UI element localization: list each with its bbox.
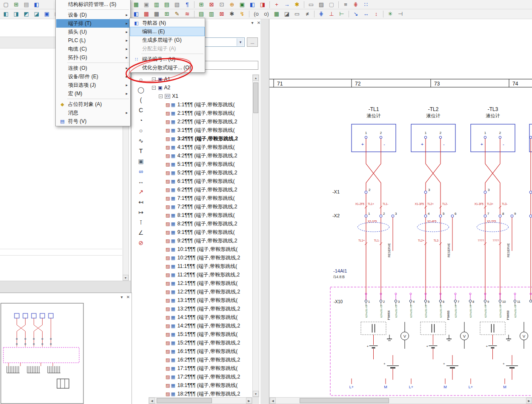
tree-terminal-item[interactable]: ▨▦8:2¶¶¶ (端子,带鞍形跳线,2 (149, 219, 252, 228)
scroll-right-button[interactable]: ▶ (246, 398, 252, 404)
rectangle-icon[interactable]: ▭ (306, 0, 316, 9)
tree-terminal-item[interactable]: ▨▦6:2¶¶¶ (端子,带鞍形跳线,2 (149, 185, 252, 194)
add-connection-icon[interactable]: + (272, 0, 282, 9)
dock-top-icon[interactable]: ◩ (21, 10, 31, 18)
tree-terminal-item[interactable]: ▨▦9:1¶¶¶ (端子,带鞍形跳线( (149, 228, 252, 236)
menu-item-structure-identifier-management[interactable]: 结构标识符管理... (S) (56, 0, 130, 9)
tree-terminal-item[interactable]: ▨▦3:1¶¶¶ (端子,带鞍形跳线( (149, 126, 252, 134)
tree-terminal-item[interactable]: ▨▦11:1¶¶¶ (端子,带鞍形跳线( (149, 262, 252, 270)
green-grid-icon[interactable]: ▦ (272, 10, 282, 18)
tree-terminal-item[interactable]: ▨▦14:2¶¶¶ (端子,带鞍形跳线,2 (149, 321, 252, 330)
align-pipes-icon[interactable]: ⋕ (316, 10, 326, 18)
menu-item-terminal-numbering[interactable]: ∷端子编号... (U) (130, 55, 204, 63)
menu-item-navigator[interactable]: ◧导航器 (N) (130, 19, 204, 27)
lightning-icon[interactable]: ↯ (237, 10, 247, 18)
scroll-down-button[interactable]: ▼ (253, 391, 259, 397)
tree-node-a2[interactable]: −▣A2 (149, 83, 252, 92)
scroll-up-button[interactable]: ▲ (253, 75, 259, 81)
tree-terminal-item[interactable]: ▨▦4:2¶¶¶ (端子,带鞍形跳线,2 (149, 151, 252, 160)
menu-item-placeholder-objects[interactable]: ◆占位符对象 (A) (56, 100, 130, 108)
scrollbar-thumb[interactable] (157, 398, 212, 403)
menu-item-messages[interactable]: 消息▸ (56, 108, 130, 117)
tree-terminal-item[interactable]: ▨▦14:1¶¶¶ (端子,带鞍形跳线( (149, 313, 252, 321)
lock-icon[interactable]: ▣ (141, 0, 152, 9)
hyperlink-tool-icon[interactable]: ∞ (135, 166, 147, 176)
tree-horizontal-scrollbar[interactable]: ◀ ▶ (149, 397, 252, 404)
cancel-icon[interactable]: ⊠ (217, 10, 227, 18)
not-equal-icon[interactable]: ≠ (302, 10, 312, 18)
blank-rect-icon[interactable]: ▭ (292, 10, 302, 18)
snap-icon[interactable]: ⊞ (162, 10, 172, 18)
hatch-icon[interactable]: ▨ (316, 0, 326, 9)
tree-terminal-item[interactable]: ▨▦10:2¶¶¶ (端子,带鞍形跳线,2 (149, 253, 252, 262)
terminal-table-icon[interactable]: ▤ (196, 10, 206, 18)
baseline-dimension-icon[interactable]: ⊺ (135, 217, 147, 228)
tree-terminal-item[interactable]: ▨▦5:1¶¶¶ (端子,带鞍形跳线( (149, 160, 252, 168)
canvas-horizontal-scrollbar[interactable]: ◀ ▶ (269, 397, 532, 404)
symbol-macro-icon[interactable]: ◨ (257, 0, 268, 9)
bookmark-icon[interactable]: ✱ (292, 0, 302, 9)
tree-node-x1[interactable]: −XYX1 (149, 92, 252, 100)
device-navigator-icon[interactable]: ▥ (152, 0, 162, 9)
ellipse-tool-icon[interactable]: ◯ (135, 85, 147, 95)
dimension-left-icon[interactable]: ↤ (135, 197, 147, 207)
tree-terminal-item[interactable]: ▨▦2:2¶¶¶ (端子,带鞍形跳线,2 (149, 117, 252, 126)
delete-icon[interactable]: ⊠ (206, 0, 217, 9)
text-tool-icon[interactable]: T (135, 146, 147, 156)
paren-open-icon[interactable]: (o (251, 10, 261, 18)
dock-bottom-icon[interactable]: ◪ (31, 10, 42, 18)
tree-terminal-item[interactable]: ▨▦5:2¶¶¶ (端子,带鞍形跳线,2 (149, 168, 252, 177)
panel-menu-button[interactable]: ▾ (249, 20, 255, 26)
plc-navigator-icon[interactable]: ▤ (162, 0, 172, 9)
panel-close-button[interactable]: ✕ (125, 294, 131, 300)
tree-terminal-item[interactable]: ▨▦16:2¶¶¶ (端子,带鞍形跳线,2 (149, 356, 252, 364)
dimension-right-icon[interactable]: ↦ (135, 207, 147, 217)
move-icon[interactable]: ↔ (361, 10, 371, 18)
schematic-canvas[interactable]: 71727374-X1-X2-14AI1/14.8:B-X10-TL1液位计12… (269, 19, 532, 404)
panel-close-button[interactable]: ✕ (256, 20, 262, 26)
list-view-icon[interactable]: ≡ (340, 0, 351, 9)
scrollbar-thumb[interactable] (253, 83, 258, 113)
tree-expander-icon[interactable]: − (152, 77, 156, 81)
menu-item-optimize-distributed-terminals[interactable]: 优化分散式端子... (O) (130, 63, 204, 72)
tree-terminal-item[interactable]: ▨▦7:2¶¶¶ (端子,带鞍形跳线,2 (149, 202, 252, 211)
image-tool-icon[interactable]: ▣ (135, 156, 147, 166)
menu-item-connections[interactable]: 连接 (O)▸ (56, 64, 130, 72)
grid-icon[interactable]: ▦ (152, 10, 162, 18)
menu-item-terminal-strips[interactable]: 端子排 (T)▸ (56, 19, 130, 28)
corner-icon[interactable]: ◪ (282, 10, 292, 18)
tree-terminal-item[interactable]: ▨▦8:1¶¶¶ (端子,带鞍形跳线( (149, 211, 252, 219)
filter-more-button[interactable]: ... (247, 37, 258, 47)
tree-terminal-item[interactable]: ▨▦13:2¶¶¶ (端子,带鞍形跳线,2 (149, 304, 252, 313)
circle-2point-tool-icon[interactable]: ○ (135, 125, 147, 136)
jumper-icon[interactable]: ≋ (182, 10, 192, 18)
graphic-preview-icon[interactable]: ▦ (141, 10, 152, 18)
page-macro-icon[interactable]: ▣ (237, 0, 247, 9)
radius-dimension-icon[interactable]: ⊘ (135, 238, 147, 248)
terminal-strip-navigator-icon[interactable]: ▦ (131, 0, 141, 9)
tree-terminal-item[interactable]: ▨▦1:1¶¶¶ (端子,带鞍形跳线( (149, 100, 252, 109)
tree-terminal-item[interactable]: ▨▦18:1¶¶¶ (端子,带鞍形跳线( (149, 381, 252, 390)
menu-item-macros[interactable]: 宏 (M)▸ (56, 89, 130, 98)
dock-left-icon[interactable]: ◧ (1, 10, 11, 18)
tree-terminal-item[interactable]: ▨▦7:1¶¶¶ (端子,带鞍形跳线( (149, 194, 252, 202)
window-icon[interactable]: ◧ (31, 0, 42, 9)
dock-right-icon[interactable]: ◨ (11, 10, 21, 18)
grid-points-icon[interactable]: ∷ (361, 0, 371, 9)
dimension-tool-icon[interactable]: ↔ (135, 176, 147, 187)
tree-expander-icon[interactable]: − (159, 94, 163, 98)
menu-item-topology[interactable]: 拓扑 (G)▸ (56, 53, 130, 62)
tree-terminal-item[interactable]: ▨▦15:2¶¶¶ (端子,带鞍形跳线,2 (149, 339, 252, 347)
menu-item-assign-main-terminals[interactable]: 分配主端子 (A) (130, 44, 204, 53)
tree-terminal-item[interactable]: ▨▦17:1¶¶¶ (端子,带鞍形跳线( (149, 364, 252, 373)
tree-terminal-item[interactable]: ▨▦12:2¶¶¶ (端子,带鞍形跳线,2 (149, 287, 252, 296)
tree-terminal-item[interactable]: ▨▦3:2¶¶¶ (端子,带鞍形跳线,2 (149, 134, 252, 143)
spline-tool-icon[interactable]: ∿ (135, 136, 147, 146)
insert-box-icon[interactable]: ⊡ (217, 0, 227, 9)
tree-terminal-item[interactable]: ▨▦12:1¶¶¶ (端子,带鞍形跳线( (149, 279, 252, 287)
measure-icon[interactable]: ⊣ (395, 10, 406, 18)
settings-gear-icon[interactable]: ✱ (227, 10, 237, 18)
menu-item-cables[interactable]: 电缆 (C)▸ (56, 45, 130, 53)
tree-terminal-item[interactable]: ▨▦10:1¶¶¶ (端子,带鞍形跳线( (149, 245, 252, 253)
frame-icon[interactable]: ▢ (326, 0, 337, 9)
